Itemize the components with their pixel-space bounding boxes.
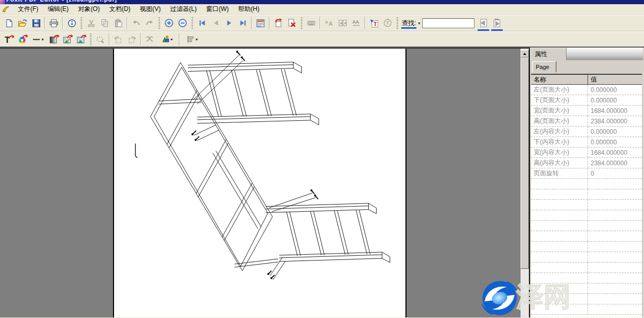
property-name: 宽(页面大小) bbox=[531, 106, 588, 116]
page-layout-button[interactable] bbox=[254, 16, 267, 30]
lasso-button[interactable] bbox=[94, 32, 107, 46]
shapes-button[interactable]: ▾ bbox=[156, 32, 177, 46]
menu-view[interactable]: 视图(V) bbox=[135, 4, 165, 15]
rotate-object-ccw-button[interactable] bbox=[111, 32, 125, 46]
property-name: 高(页面大小) bbox=[531, 116, 588, 126]
align-icon bbox=[186, 35, 195, 43]
document-canvas bbox=[0, 48, 521, 317]
save-icon bbox=[32, 19, 41, 28]
table-row: 宽(页面大小)1684.000000 bbox=[531, 106, 642, 116]
delete-page-button[interactable] bbox=[285, 16, 299, 30]
keyboard-button[interactable] bbox=[304, 16, 318, 30]
property-value[interactable]: 0.000000 bbox=[588, 85, 642, 95]
property-value[interactable]: 0.000000 bbox=[588, 127, 642, 137]
color-picker-button[interactable] bbox=[16, 32, 29, 46]
svg-text:A: A bbox=[340, 21, 343, 26]
find-dropdown-button[interactable]: ▾ bbox=[418, 21, 420, 26]
edit-text-button[interactable]: T bbox=[2, 32, 16, 46]
table-row: 左(内容大小)0.000000 bbox=[531, 127, 642, 137]
document-icon bbox=[2, 5, 10, 14]
property-value[interactable]: 2384.000000 bbox=[588, 116, 642, 126]
property-value[interactable]: 2384.000000 bbox=[588, 158, 642, 168]
scroll-up-button[interactable] bbox=[521, 50, 529, 58]
svg-text:T: T bbox=[5, 36, 10, 44]
paste-icon bbox=[114, 19, 123, 28]
find-prev-button[interactable] bbox=[477, 16, 490, 30]
property-name: 左(页面大小) bbox=[531, 85, 588, 95]
watermark-logo-icon bbox=[480, 279, 519, 317]
scrollbar-thumb[interactable] bbox=[521, 58, 529, 269]
property-name: 页面旋转 bbox=[531, 168, 588, 178]
last-page-icon bbox=[239, 19, 247, 27]
font-size-button[interactable]: AA bbox=[336, 16, 349, 30]
fill-style-button[interactable] bbox=[47, 32, 61, 46]
zoom-out-button[interactable] bbox=[176, 16, 189, 30]
property-name: 下(页面大小) bbox=[531, 95, 588, 105]
property-value[interactable]: 0 bbox=[588, 168, 642, 178]
shapes-caret-icon: ▾ bbox=[171, 37, 173, 42]
open-folder-icon bbox=[18, 19, 27, 28]
text-rotate-button[interactable]: T bbox=[381, 16, 394, 30]
table-row: 下(页面大小)0.000000 bbox=[531, 95, 642, 106]
property-value[interactable]: 1684.000000 bbox=[588, 106, 642, 116]
last-page-button[interactable] bbox=[236, 16, 250, 30]
menu-edit[interactable]: 编辑(E) bbox=[43, 4, 73, 15]
open-button[interactable] bbox=[16, 16, 29, 30]
insert-text-button[interactable]: T bbox=[367, 16, 381, 30]
edit-image-icon bbox=[63, 35, 73, 44]
menu-file[interactable]: 文件(F) bbox=[13, 4, 43, 15]
info-button[interactable] bbox=[65, 16, 78, 30]
redo-button[interactable] bbox=[143, 16, 156, 30]
first-page-button[interactable] bbox=[195, 16, 209, 30]
cut-button[interactable] bbox=[84, 16, 98, 30]
find-input[interactable] bbox=[422, 18, 474, 28]
menu-object[interactable]: 对象(O) bbox=[73, 4, 104, 15]
menu-bar: 文件(F) 编辑(E) 对象(O) 文档(D) 视图(V) 过滤器(L) 窗口(… bbox=[0, 4, 644, 15]
line-icon bbox=[32, 35, 41, 43]
toolbar-main: AA AA AA T T 查找: ▾ bbox=[0, 15, 644, 31]
save-button[interactable] bbox=[29, 16, 43, 30]
tab-page[interactable]: Page bbox=[532, 61, 556, 72]
table-header: 名称 值 bbox=[531, 75, 642, 85]
scissors-icon bbox=[87, 19, 96, 28]
line-style-button[interactable]: ▾ bbox=[29, 32, 47, 46]
svg-text:T: T bbox=[386, 20, 389, 26]
property-value[interactable]: 0.000000 bbox=[588, 137, 642, 147]
rotate-object-cw-button[interactable] bbox=[125, 32, 139, 46]
edit-image-button[interactable] bbox=[61, 32, 74, 46]
table-row: 页面旋转0 bbox=[531, 168, 642, 179]
undo-button[interactable] bbox=[129, 16, 143, 30]
new-button[interactable] bbox=[2, 16, 16, 30]
property-value[interactable]: 0.000000 bbox=[588, 95, 642, 105]
image-icon bbox=[76, 35, 86, 44]
font-spacing-icon: AA bbox=[352, 19, 361, 27]
next-page-button[interactable] bbox=[222, 16, 236, 30]
prev-page-icon bbox=[211, 19, 220, 27]
delete-object-button[interactable] bbox=[143, 32, 156, 46]
copy-button[interactable] bbox=[98, 16, 111, 30]
menu-help[interactable]: 帮助(H) bbox=[233, 4, 264, 15]
shapes-icon bbox=[161, 35, 170, 43]
keyboard-icon bbox=[307, 19, 316, 27]
find-next-button[interactable] bbox=[490, 16, 504, 30]
menu-document[interactable]: 文档(D) bbox=[105, 4, 135, 15]
font-replace-button[interactable]: AA bbox=[322, 16, 336, 30]
pdf-page[interactable] bbox=[113, 49, 406, 317]
property-value[interactable]: 1684.000000 bbox=[588, 147, 642, 157]
zoom-in-button[interactable] bbox=[162, 16, 176, 30]
menu-filter[interactable]: 过滤器(L) bbox=[165, 4, 201, 15]
print-button[interactable] bbox=[47, 16, 61, 30]
panel-title-gradient bbox=[567, 48, 643, 60]
align-button[interactable]: ▾ bbox=[182, 32, 202, 46]
find-label: 查找: bbox=[400, 19, 417, 28]
prev-page-button[interactable] bbox=[209, 16, 222, 30]
vertical-scrollbar[interactable] bbox=[521, 48, 529, 317]
rotate-page-button[interactable] bbox=[272, 16, 285, 30]
text-rotate-icon: T bbox=[383, 18, 392, 28]
menu-window[interactable]: 窗口(W) bbox=[201, 4, 233, 15]
paste-button[interactable] bbox=[111, 16, 125, 30]
insert-image-button[interactable] bbox=[74, 32, 88, 46]
line-style-caret-icon: ▾ bbox=[41, 37, 43, 42]
svg-text:A: A bbox=[344, 21, 347, 26]
font-spacing-button[interactable]: AA bbox=[349, 16, 363, 30]
